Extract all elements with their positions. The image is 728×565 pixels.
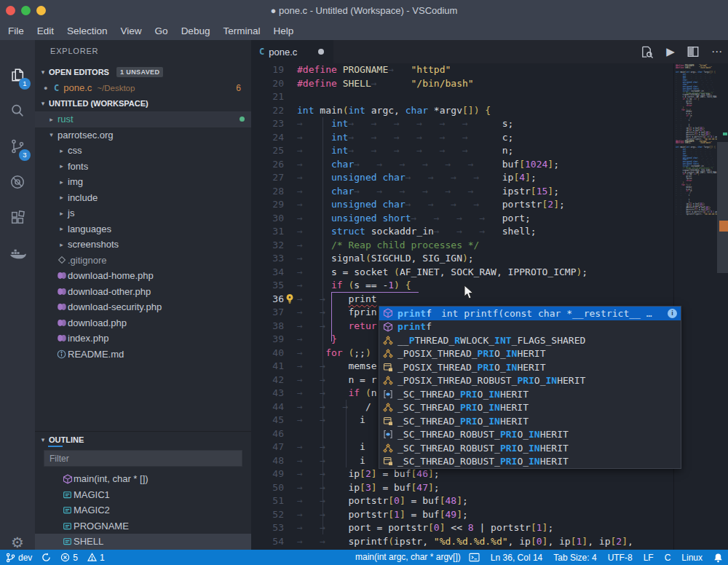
outline-filter-input[interactable]: Filter (44, 450, 242, 467)
sidebar-title: EXPLORER (50, 47, 98, 55)
explorer-sidebar: EXPLORER ▾ OPEN EDITORS 1 UNSAVED ●Cpone… (35, 40, 251, 550)
tree-item-fonts[interactable]: ▸fonts (35, 159, 251, 175)
tree-item-download-php[interactable]: download.php (35, 315, 251, 331)
status-bell[interactable] (713, 550, 723, 565)
suggest-item[interactable]: _POSIX_THREAD_ROBUST_PRIO_INHERIT (379, 374, 681, 388)
line-number: 48 (251, 454, 284, 468)
tree-item-rust[interactable]: ▸rust (35, 111, 251, 127)
activity-explorer[interactable]: 1 (0, 58, 35, 92)
tree-item-label: img (68, 176, 83, 187)
outline-item-magic1[interactable]: MAGIC1 (35, 487, 251, 503)
tree-item-download-home-php[interactable]: download-home.php (35, 268, 251, 284)
field-icon (61, 521, 74, 531)
tree-item--gitignore[interactable]: .gitignore (35, 253, 251, 269)
tree-item-download-other-php[interactable]: download-other.php (35, 284, 251, 300)
split-editor-icon[interactable] (687, 45, 701, 58)
unsaved-dot-icon[interactable] (318, 49, 324, 55)
more-actions-icon[interactable]: ⋯ (710, 45, 724, 58)
outline-item-shell[interactable]: SHELL (35, 534, 251, 550)
open-editor-item[interactable]: ●Cpone.c~/Desktop6 (35, 80, 251, 96)
git-modified-dot (240, 116, 245, 122)
status-branch[interactable]: dev (6, 550, 32, 565)
menu-terminal[interactable]: Terminal (216, 22, 266, 40)
tree-item-label: languages (68, 224, 111, 234)
tree-item-parrotsec-org[interactable]: ▾parrotsec.org (35, 127, 251, 143)
code-area[interactable]: 1920212223242526272829303132333435363738… (251, 63, 728, 550)
status-terminal[interactable] (469, 550, 480, 565)
open-editors-header[interactable]: ▾ OPEN EDITORS 1 UNSAVED (35, 64, 251, 80)
struct-icon (383, 376, 397, 385)
suggest-item[interactable]: printf (379, 320, 681, 334)
menu-file[interactable]: File (1, 22, 31, 40)
scrollbar[interactable] (717, 63, 728, 550)
run-icon[interactable]: ▶ (663, 45, 678, 58)
status-symbol-item[interactable]: main(int argc, char * argv[]) (355, 550, 461, 565)
menu-debug[interactable]: Debug (175, 22, 217, 40)
tree-item-screenshots[interactable]: ▸screenshots (35, 237, 251, 253)
suggest-item[interactable]: __PTHREAD_RWLOCK_INT_FLAGS_SHARED (379, 333, 681, 347)
activity-search[interactable] (0, 93, 35, 128)
status-sync[interactable] (41, 550, 51, 565)
suggest-detail: int printf(const char *__restrict__ … (441, 308, 652, 319)
line-number: 22 (251, 104, 284, 118)
line-number: 27 (251, 171, 284, 185)
status-tab-size-4[interactable]: Tab Size: 4 (553, 550, 596, 565)
activity-source-control[interactable]: 3 (0, 129, 35, 164)
lightbulb-icon[interactable] (285, 293, 295, 304)
status-linux[interactable]: Linux (681, 550, 703, 565)
status-label: Linux (681, 553, 703, 563)
outline-item-progname[interactable]: PROGNAME (35, 518, 251, 534)
tree-item-index-php[interactable]: index.php (35, 331, 251, 347)
suggest-item[interactable]: _POSIX_THREAD_PRIO_INHERIT (379, 360, 681, 374)
suggest-item[interactable]: printfint printf(const char *__restrict_… (379, 307, 681, 320)
menu-selection[interactable]: Selection (60, 22, 114, 40)
status-ln-36-col-14[interactable]: Ln 36, Col 14 (491, 550, 542, 565)
suggest-item[interactable]: _SC_THREAD_PRIO_INHERIT (379, 414, 681, 428)
warning-icon (87, 553, 97, 562)
suggest-item[interactable]: _SC_THREAD_ROBUST_PRIO_INHERIT (379, 455, 681, 469)
chevron-right-icon: ▸ (55, 210, 68, 217)
suggest-label: _SC_THREAD_ROBUST_PRIO_INHERIT (397, 443, 569, 454)
suggest-item[interactable]: _SC_THREAD_PRIO_INHERIT (379, 387, 681, 401)
tree-item-include[interactable]: ▸include (35, 190, 251, 206)
suggest-item[interactable]: _SC_THREAD_PRIO_INHERIT (379, 401, 681, 415)
outline-item-main-int-char-[interactable]: main(int, char * []) (35, 471, 251, 487)
workspace-header[interactable]: ▾ UNTITLED (WORKSPACE) (35, 95, 251, 111)
suggest-item[interactable]: _SC_THREAD_ROBUST_PRIO_INHERIT (379, 428, 681, 442)
editor-actions: ▶⋯ (640, 40, 724, 63)
status-c[interactable]: C (665, 550, 671, 565)
menu-view[interactable]: View (114, 22, 149, 40)
activity-debug[interactable] (0, 165, 35, 199)
function-icon (383, 322, 397, 332)
chevron-right-icon: ▸ (55, 147, 68, 154)
status-warning[interactable]: 1 (87, 550, 105, 565)
open-changes-icon[interactable] (640, 45, 654, 59)
file-name: pone.c (63, 82, 92, 93)
php-icon (55, 334, 68, 342)
tree-item-readme-md[interactable]: README.md (35, 347, 251, 363)
line-number: 42 (251, 374, 284, 387)
outline-item-magic2[interactable]: MAGIC2 (35, 502, 251, 518)
outline-label: OUTLINE (49, 435, 84, 444)
outline-header[interactable]: ▾ OUTLINE (35, 431, 251, 447)
outline-item-label: MAGIC1 (74, 489, 110, 500)
status-lf[interactable]: LF (644, 550, 654, 565)
menu-go[interactable]: Go (149, 22, 175, 40)
tree-item-languages[interactable]: ▸languages (35, 221, 251, 237)
scrollbar-thumb[interactable] (717, 142, 728, 273)
activity-docker[interactable] (0, 236, 35, 271)
status-utf-8[interactable]: UTF-8 (608, 550, 633, 565)
status-error[interactable]: 5 (60, 550, 78, 565)
suggest-item[interactable]: _SC_THREAD_ROBUST_PRIO_INHERIT (379, 441, 681, 455)
suggest-label: _POSIX_THREAD_PRIO_INHERIT (397, 348, 546, 359)
menu-edit[interactable]: Edit (31, 22, 60, 40)
info-icon[interactable]: i (668, 309, 677, 318)
php-icon (55, 303, 68, 311)
tree-item-download-security-php[interactable]: download-security.php (35, 299, 251, 315)
tree-item-css[interactable]: ▸css (35, 143, 251, 159)
menu-help[interactable]: Help (266, 22, 300, 40)
tree-item-img[interactable]: ▸img (35, 174, 251, 190)
activity-extensions[interactable] (0, 200, 35, 235)
tree-item-js[interactable]: ▸js (35, 205, 251, 221)
suggest-item[interactable]: _POSIX_THREAD_PRIO_INHERIT (379, 347, 681, 361)
